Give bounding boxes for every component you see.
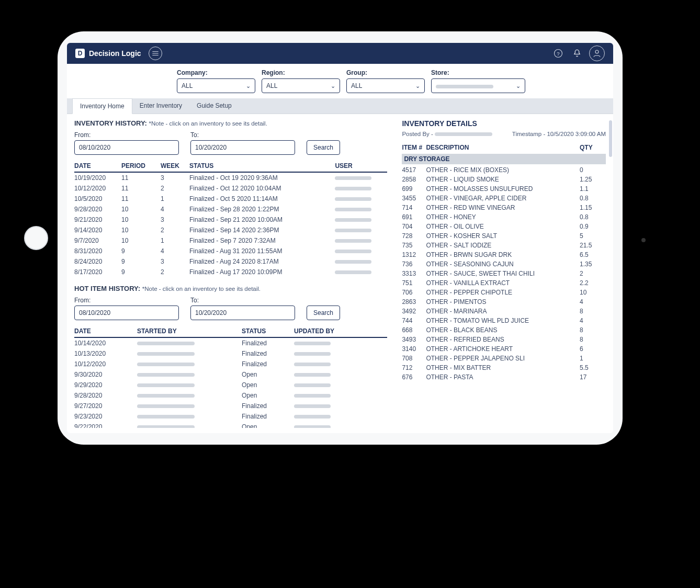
table-row[interactable]: 9/28/2020104Finalized - Sep 28 2020 1:22… bbox=[74, 204, 387, 214]
cell-item: 736 bbox=[402, 261, 426, 268]
cell-started-by bbox=[137, 423, 242, 428]
cell-qty: 2 bbox=[580, 270, 606, 277]
cell-period: 9 bbox=[121, 258, 161, 265]
details-table-header: ITEM # DESCRIPTION QTY bbox=[402, 142, 606, 153]
help-button[interactable]: ? bbox=[551, 47, 565, 60]
tab-guide-setup[interactable]: Guide Setup bbox=[189, 98, 239, 114]
table-row[interactable]: 2858OTHER - LIQUID SMOKE1.25 bbox=[402, 175, 606, 184]
table-row[interactable]: 9/22/2020Open bbox=[74, 422, 387, 428]
hi-header-started: STARTED BY bbox=[137, 327, 242, 335]
filters-bar: Company: ALL ⌄ Region: ALL ⌄ Group: ALL … bbox=[67, 64, 613, 98]
timestamp-value: 10/5/2020 3:09:00 AM bbox=[547, 131, 606, 137]
cell-started-by bbox=[137, 413, 242, 420]
table-row[interactable]: 8/17/202092Finalized - Aug 17 2020 10:09… bbox=[74, 267, 387, 277]
scrollbar[interactable] bbox=[609, 120, 612, 157]
cell-status: Finalized - Sep 28 2020 1:22PM bbox=[189, 206, 335, 213]
menu-button[interactable] bbox=[149, 47, 162, 60]
hi-header-status: STATUS bbox=[242, 327, 294, 335]
cell-week: 4 bbox=[161, 206, 189, 213]
details-header-item: ITEM # bbox=[402, 144, 426, 151]
table-row[interactable]: 10/13/2020Finalized bbox=[74, 348, 387, 359]
cell-desc: OTHER - REFRIED BEANS bbox=[426, 336, 580, 343]
tab-enter-inventory[interactable]: Enter Inventory bbox=[132, 98, 189, 114]
hi-from-input[interactable]: 08/10/2020 bbox=[74, 306, 179, 320]
table-row[interactable]: 691OTHER - HONEY0.8 bbox=[402, 212, 606, 222]
tab-inventory-home[interactable]: Inventory Home bbox=[72, 98, 132, 114]
table-row[interactable]: 4517OTHER - RICE MIX (BOXES)0 bbox=[402, 165, 606, 175]
table-row[interactable]: 3493OTHER - REFRIED BEANS8 bbox=[402, 335, 606, 344]
cell-week: 1 bbox=[161, 237, 189, 244]
table-row[interactable]: 9/7/2020101Finalized - Sep 7 2020 7:32AM bbox=[74, 235, 387, 246]
store-select[interactable]: ⌄ bbox=[431, 78, 525, 93]
bell-icon bbox=[572, 49, 582, 58]
chevron-down-icon: ⌄ bbox=[246, 83, 251, 89]
cell-status: Finalized - Oct 12 2020 10:04AM bbox=[189, 185, 335, 192]
table-row[interactable]: 8/24/202093Finalized - Aug 24 2020 8:17A… bbox=[74, 256, 387, 267]
table-row[interactable]: 9/30/2020Open bbox=[74, 369, 387, 380]
table-row[interactable]: 699OTHER - MOLASSES UNSULFURED1.1 bbox=[402, 184, 606, 194]
notifications-button[interactable] bbox=[572, 49, 582, 58]
table-row[interactable]: 3455OTHER - VINEGAR, APPLE CIDER0.8 bbox=[402, 194, 606, 203]
table-row[interactable]: 10/19/2020113Finalized - Oct 19 2020 9:3… bbox=[74, 173, 387, 183]
table-row[interactable]: 1312OTHER - BRWN SUGAR DRK6.5 bbox=[402, 250, 606, 259]
cell-item: 714 bbox=[402, 204, 426, 211]
table-row[interactable]: 9/27/2020Finalized bbox=[74, 401, 387, 411]
cell-desc: OTHER - RED WINE VINEGAR bbox=[426, 204, 580, 211]
group-select[interactable]: ALL ⌄ bbox=[346, 78, 425, 93]
table-row[interactable]: 714OTHER - RED WINE VINEGAR1.15 bbox=[402, 203, 606, 212]
ih-from-input[interactable]: 08/10/2020 bbox=[74, 140, 179, 155]
cell-desc: OTHER - HONEY bbox=[426, 213, 580, 221]
cell-user bbox=[335, 216, 387, 223]
cell-status: Finalized - Sep 14 2020 2:36PM bbox=[189, 227, 335, 234]
table-row[interactable]: 9/29/2020Open bbox=[74, 380, 387, 390]
company-select[interactable]: ALL ⌄ bbox=[177, 78, 255, 93]
table-row[interactable]: 3140OTHER - ARTICHOKE HEART6 bbox=[402, 344, 606, 354]
table-row[interactable]: 728OTHER - KOSHER SALT5 bbox=[402, 231, 606, 241]
chevron-down-icon: ⌄ bbox=[331, 83, 335, 89]
cell-desc: OTHER - SEASONING CAJUN bbox=[426, 261, 580, 268]
hi-search-button[interactable]: Search bbox=[307, 306, 340, 320]
profile-button[interactable] bbox=[589, 46, 605, 61]
table-row[interactable]: 10/5/2020111Finalized - Oct 5 2020 11:14… bbox=[74, 194, 387, 204]
cell-desc: OTHER - PASTA bbox=[426, 374, 580, 381]
table-row[interactable]: 712OTHER - MIX BATTER5.5 bbox=[402, 363, 606, 372]
table-row[interactable]: 9/14/2020102Finalized - Sep 14 2020 2:36… bbox=[74, 225, 387, 235]
table-row[interactable]: 10/12/2020112Finalized - Oct 12 2020 10:… bbox=[74, 183, 387, 194]
cell-item: 712 bbox=[402, 364, 426, 371]
table-row[interactable]: 10/14/2020Finalized bbox=[74, 338, 387, 348]
cell-period: 11 bbox=[121, 185, 161, 192]
brand-logo-icon bbox=[75, 49, 85, 58]
table-row[interactable]: 9/21/2020103Finalized - Sep 21 2020 10:0… bbox=[74, 214, 387, 225]
table-row[interactable]: 3492OTHER - MARINARA8 bbox=[402, 307, 606, 316]
cell-item: 699 bbox=[402, 185, 426, 193]
cell-started-by bbox=[137, 340, 242, 347]
cell-item: 3140 bbox=[402, 345, 426, 353]
hi-to-input[interactable]: 10/20/2020 bbox=[190, 306, 295, 320]
table-row[interactable]: 736OTHER - SEASONING CAJUN1.35 bbox=[402, 259, 606, 269]
cell-date: 9/7/2020 bbox=[74, 237, 121, 244]
cell-item: 728 bbox=[402, 232, 426, 240]
table-row[interactable]: 10/12/2020Finalized bbox=[74, 359, 387, 369]
cell-date: 8/31/2020 bbox=[74, 247, 121, 255]
table-row[interactable]: 744OTHER - TOMATO WHL PLD JUICE4 bbox=[402, 316, 606, 325]
ih-to-input[interactable]: 10/20/2020 bbox=[190, 140, 295, 155]
table-row[interactable]: 706OTHER - PEPPER CHIPOTLE10 bbox=[402, 288, 606, 297]
hi-header-updated: UPDATED BY bbox=[294, 327, 387, 335]
table-row[interactable]: 704OTHER - OIL OLIVE0.9 bbox=[402, 222, 606, 231]
table-row[interactable]: 9/23/2020Finalized bbox=[74, 411, 387, 422]
table-row[interactable]: 735OTHER - SALT IODIZE21.5 bbox=[402, 241, 606, 250]
table-row[interactable]: 668OTHER - BLACK BEANS8 bbox=[402, 325, 606, 335]
cell-qty: 1.1 bbox=[580, 185, 606, 193]
table-row[interactable]: 751OTHER - VANILLA EXTRACT2.2 bbox=[402, 278, 606, 288]
table-row[interactable]: 676OTHER - PASTA17 bbox=[402, 372, 606, 382]
svg-point-2 bbox=[595, 50, 599, 53]
ih-to-label: To: bbox=[190, 131, 295, 139]
table-row[interactable]: 2863OTHER - PIMENTOS4 bbox=[402, 297, 606, 307]
cell-week: 3 bbox=[161, 216, 189, 223]
table-row[interactable]: 9/28/2020Open bbox=[74, 390, 387, 401]
region-select[interactable]: ALL ⌄ bbox=[262, 78, 340, 93]
table-row[interactable]: 8/31/202094Finalized - Aug 31 2020 11:55… bbox=[74, 246, 387, 256]
ih-search-button[interactable]: Search bbox=[307, 140, 340, 155]
table-row[interactable]: 3313OTHER - SAUCE, SWEET THAI CHILI2 bbox=[402, 269, 606, 278]
table-row[interactable]: 708OTHER - PEPPER JALAPENO SLI1 bbox=[402, 354, 606, 363]
